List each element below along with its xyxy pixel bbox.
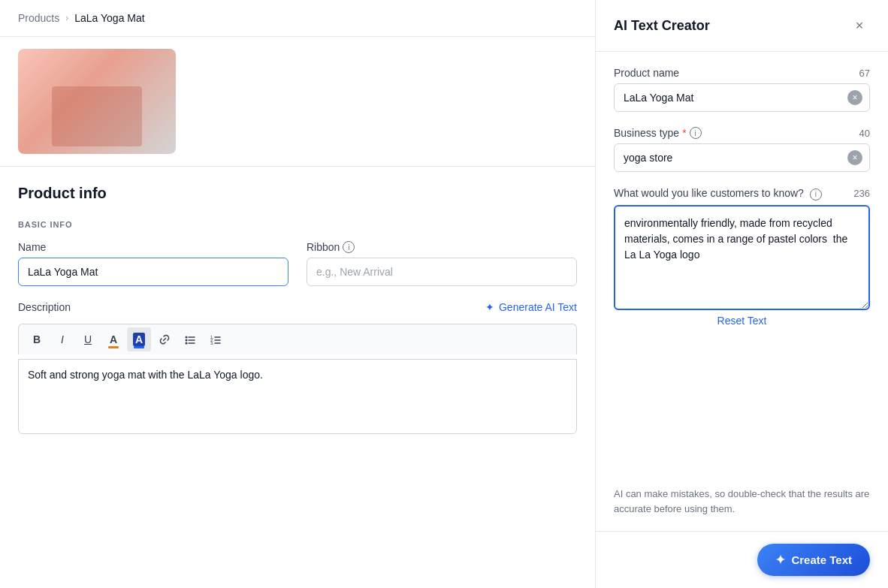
ai-panel-close-button[interactable]: × <box>849 15 870 36</box>
description-text: Soft and strong yoga mat with the LaLa Y… <box>28 369 263 381</box>
description-field-group: Description ✦ Generate AI Text B I U A A <box>18 301 577 434</box>
svg-point-2 <box>186 342 188 345</box>
breadcrumb-current: LaLa Yoga Mat <box>74 12 144 24</box>
ai-product-name-label: Product name <box>614 67 679 79</box>
link-button[interactable] <box>153 327 177 351</box>
name-input[interactable] <box>18 258 288 286</box>
description-label: Description <box>18 301 71 313</box>
generate-ai-label: Generate AI Text <box>499 301 577 313</box>
ai-business-type-group: Business type * i 40 × <box>614 127 870 172</box>
breadcrumb-parent[interactable]: Products <box>18 12 59 24</box>
ai-know-char-count: 236 <box>853 188 870 199</box>
bullet-list-icon <box>184 333 196 345</box>
ai-business-type-clear-button[interactable]: × <box>847 150 862 165</box>
ai-product-name-input[interactable] <box>614 83 870 112</box>
clear-icon: × <box>852 93 857 102</box>
ai-product-name-group: Product name 67 × <box>614 67 870 112</box>
ribbon-input[interactable] <box>307 258 577 286</box>
svg-point-1 <box>186 339 188 342</box>
ai-know-label: What would you like customers to know? i <box>614 187 822 201</box>
ai-panel-footer: ✦ Create Text <box>596 531 888 588</box>
name-ribbon-row: Name Ribbon i <box>18 241 577 286</box>
section-title: Product info <box>18 185 577 202</box>
name-label: Name <box>18 241 288 253</box>
ai-disclaimer: AI can make mistakes, so double-check th… <box>614 487 870 516</box>
ai-know-header: What would you like customers to know? i… <box>614 187 870 201</box>
ai-business-type-wrapper: × <box>614 143 870 172</box>
product-info-section: Product info BASIC INFO Name Ribbon i De… <box>0 167 595 452</box>
svg-point-0 <box>186 336 188 339</box>
create-text-label: Create Text <box>791 553 852 566</box>
bullet-list-button[interactable] <box>178 327 202 351</box>
ribbon-field-group: Ribbon i <box>307 241 577 286</box>
create-text-button[interactable]: ✦ Create Text <box>757 544 870 576</box>
ai-know-textarea[interactable]: environmentally friendly, made from recy… <box>614 205 870 310</box>
close-icon: × <box>856 18 864 34</box>
ai-panel: AI Text Creator × Product name 67 × Busi <box>595 0 888 588</box>
business-type-info-icon[interactable]: i <box>690 127 702 139</box>
sparkle-icon: ✦ <box>775 553 785 567</box>
ai-product-name-clear-button[interactable]: × <box>847 90 862 105</box>
generate-ai-button[interactable]: ✦ Generate AI Text <box>485 301 577 313</box>
ribbon-label: Ribbon i <box>307 241 577 253</box>
product-image <box>18 49 176 154</box>
product-image-section <box>0 37 595 167</box>
description-header: Description ✦ Generate AI Text <box>18 301 577 313</box>
reset-text-button[interactable]: Reset Text <box>614 315 870 327</box>
italic-button[interactable]: I <box>50 327 74 351</box>
ai-business-type-char-count: 40 <box>859 128 870 139</box>
ai-product-name-wrapper: × <box>614 83 870 112</box>
ai-business-type-header: Business type * i 40 <box>614 127 870 139</box>
ai-know-group: What would you like customers to know? i… <box>614 187 870 327</box>
basic-info-label: BASIC INFO <box>18 220 577 229</box>
editor-toolbar: B I U A A <box>18 324 577 354</box>
name-field-group: Name <box>18 241 288 286</box>
ai-business-type-input[interactable] <box>614 143 870 172</box>
description-editor[interactable]: Soft and strong yoga mat with the LaLa Y… <box>18 359 577 434</box>
ai-panel-header: AI Text Creator × <box>596 0 888 52</box>
required-star: * <box>682 127 686 139</box>
ordered-list-icon: 1. 2. 3. <box>210 333 222 345</box>
clear-icon: × <box>852 153 857 162</box>
ai-product-name-header: Product name 67 <box>614 67 870 79</box>
text-color-button[interactable]: A <box>101 327 125 351</box>
link-icon <box>159 333 171 345</box>
svg-text:3.: 3. <box>210 341 214 345</box>
ai-panel-body: Product name 67 × Business type * i 40 <box>596 52 888 531</box>
ribbon-info-icon[interactable]: i <box>343 241 355 253</box>
know-info-icon[interactable]: i <box>810 188 822 201</box>
breadcrumb: Products › LaLa Yoga Mat <box>0 0 595 37</box>
ai-business-type-label: Business type * i <box>614 127 702 139</box>
bold-button[interactable]: B <box>25 327 49 351</box>
ordered-list-button[interactable]: 1. 2. 3. <box>204 327 228 351</box>
underline-button[interactable]: U <box>76 327 100 351</box>
ai-wand-icon: ✦ <box>485 301 494 313</box>
ai-panel-title: AI Text Creator <box>614 18 710 34</box>
breadcrumb-separator: › <box>65 13 68 23</box>
ai-product-name-char-count: 67 <box>859 68 870 79</box>
highlight-button[interactable]: A <box>127 327 151 351</box>
